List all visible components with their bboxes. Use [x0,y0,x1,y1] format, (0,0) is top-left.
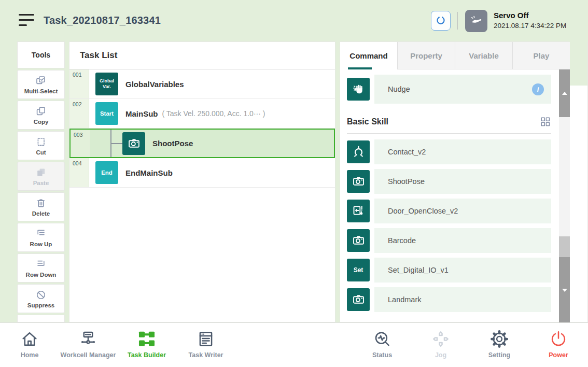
top-divider [457,12,458,30]
skill-item-door-openclose-v2[interactable]: Door_OpenClose_v2 [347,196,559,225]
skill-item-contact-v2[interactable]: Contact_v2 [347,137,559,166]
cut-icon [35,136,47,148]
datetime: 2021.08.17 4:34:22 PM [494,22,566,30]
task-writer-icon [196,329,216,349]
command-label: GlobalVariables [125,80,184,89]
multi-select-icon [35,75,47,87]
jog-icon [431,329,451,349]
skill-item-landmark[interactable]: Landmark [347,285,559,314]
tool-button-multi-select[interactable]: Multi-Select [17,70,65,99]
nav-item-home[interactable]: Home [0,329,63,359]
tool-button-delete[interactable]: Delete [17,192,65,221]
tool-button-row-down[interactable]: Row Down [17,253,65,283]
camera-icon [347,229,370,252]
task-list-title: Task List [69,42,335,69]
paste-icon [35,166,47,179]
tab-command[interactable]: Command [340,42,397,69]
task-list-panel: Task List 001 Global Var.GlobalVariables… [69,41,335,322]
skill-item-set-digital-io-v1[interactable]: Set Set_Digital_IO_v1 [347,255,559,285]
gripper-icon [435,15,447,27]
command-type-badge: Start [95,102,118,125]
status-icon [372,329,392,349]
task-row-mainsub[interactable]: 002 StartMainSub( Task Vel. 250.000, Acc… [69,99,335,129]
command-label: MainSub [125,109,158,118]
power-icon [549,329,568,349]
command-label: Door_OpenClose_v2 [388,207,458,215]
command-panel: CommandPropertyVariablePlay Nudge i Basi… [340,41,588,322]
gripper-button[interactable] [431,11,451,31]
row-number: 002 [69,99,89,128]
command-item-nudge[interactable]: Nudge i [347,75,559,104]
task-row-shootpose[interactable]: 003 ShootPose [69,129,335,158]
camera-icon [347,288,370,311]
tools-title: Tools [17,41,65,68]
set-badge: Set [347,259,370,281]
tool-button-row-up[interactable]: Row Up [17,223,65,252]
top-bar: Task_20210817_163341 Servo Off 2021.08.1… [0,0,588,40]
command-label: EndMainSub [125,168,173,177]
tab-play[interactable]: Play [512,42,570,69]
servo-status-block: Servo Off 2021.08.17 4:34:22 PM [494,11,566,30]
delete-icon [35,197,47,209]
command-label: Contact_v2 [388,148,426,156]
nav-item-task-writer[interactable]: Task Writer [172,329,240,359]
camera-icon [122,132,145,155]
camera-icon [347,170,370,193]
suppress-icon [35,289,47,301]
skill-item-barcode[interactable]: Barcode [347,225,559,255]
manual-mode-button[interactable] [465,10,487,32]
tool-button-cut[interactable]: Cut [17,131,65,160]
command-label: ShootPose [388,177,425,186]
command-label: Barcode [388,236,416,245]
command-annotation: ( Task Vel. 250.000, Acc. 1.0··· ) [162,109,265,118]
row-down-icon [35,258,47,271]
setting-icon [489,329,509,349]
command-scrollbar[interactable] [559,69,570,322]
tree-connector [110,143,122,144]
tab-property[interactable]: Property [397,42,455,69]
scroll-down-button[interactable] [559,257,570,323]
tab-variable[interactable]: Variable [455,42,512,69]
scroll-up-button[interactable] [559,69,570,117]
info-icon[interactable]: i [532,83,544,95]
command-label: ShootPose [152,139,193,148]
row-number: 003 [71,130,90,157]
scroll-down-icon [562,289,567,292]
row-up-icon [35,228,47,240]
copy-icon [35,105,47,118]
bottom-navigation: Home Workcell Manager Task Builder Task … [0,322,588,367]
command-label: Set_Digital_IO_v1 [388,266,449,274]
page-title: Task_20210817_163341 [44,15,161,26]
tool-button-suppress[interactable]: Suppress [17,284,65,313]
task-row-endmainsub[interactable]: 004 EndEndMainSub [69,158,335,188]
scroll-up-icon [562,92,567,95]
command-type-badge: End [95,161,118,184]
nudge-strip: Nudge i [374,75,551,104]
skill-item-shootpose[interactable]: ShootPose [347,166,559,196]
task-builder-icon [137,329,157,349]
row-number: 004 [69,158,89,187]
nav-item-task-builder[interactable]: Task Builder [113,329,180,359]
tool-button-paste: Paste [17,162,65,191]
home-icon [20,329,39,349]
grid-view-icon[interactable] [540,116,551,128]
command-list: Nudge i Basic Skill Contact_v2 ShootPose… [340,69,559,322]
nav-item-setting[interactable]: Setting [466,329,533,359]
tools-column: Tools Multi-Select Copy Cut Paste Delete… [17,41,65,68]
command-label: Landmark [388,295,421,304]
servo-status: Servo Off [494,11,566,20]
nav-item-workcell-manager[interactable]: Workcell Manager [54,329,122,359]
command-label: Nudge [388,85,532,93]
scrollbar-thumb[interactable] [559,236,570,257]
nav-item-power[interactable]: Power [525,329,588,359]
row-number: 001 [69,69,89,98]
command-panel-tabs: CommandPropertyVariablePlay [340,42,570,69]
nudge-hand-icon [347,78,370,101]
hamburger-menu-icon[interactable] [19,14,34,27]
door-icon [347,200,370,222]
basic-skill-header: Basic Skill [347,116,559,128]
workcell-icon [78,329,98,349]
tool-button-copy[interactable]: Copy [17,101,65,130]
task-row-globalvariables[interactable]: 001 Global Var.GlobalVariables [69,69,335,99]
nav-item-status[interactable]: Status [348,329,416,359]
